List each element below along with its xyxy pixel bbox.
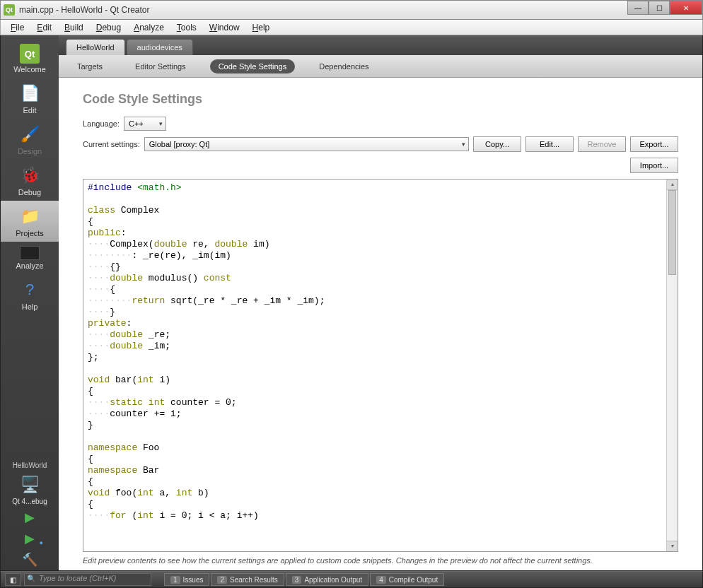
mode-edit-label: Edit	[23, 106, 37, 114]
menu-edit[interactable]: Edit	[31, 21, 57, 34]
tab-targets[interactable]: Targets	[69, 59, 111, 74]
minimize-button[interactable]: —	[627, 1, 649, 15]
code-text[interactable]: #include <math.h> class Complex { public…	[83, 180, 678, 524]
monitor-icon: 🖥️	[18, 474, 41, 496]
output-pane-search-results[interactable]: 2Search Results	[211, 573, 284, 586]
locator-input[interactable]: Type to locate (Ctrl+K)	[24, 573, 151, 586]
run-debug-button[interactable]: ▶●	[1, 528, 59, 549]
import-button[interactable]: Import...	[630, 158, 678, 173]
project-tab-audiodevices[interactable]: audiodevices	[127, 39, 193, 55]
waveform-icon	[20, 246, 40, 260]
language-row: Language: C++	[83, 117, 678, 131]
mode-debug[interactable]: 🐞 Debug	[1, 160, 59, 201]
project-selector-label[interactable]: HelloWorld	[1, 459, 59, 472]
qt-icon: Qt	[20, 44, 40, 64]
window-title: main.cpp - HelloWorld - Qt Creator	[19, 5, 150, 15]
output-pane-application-output[interactable]: 3Application Output	[286, 573, 368, 586]
tab-code-style-settings[interactable]: Code Style Settings	[210, 59, 296, 74]
menu-build[interactable]: Build	[59, 21, 89, 34]
close-button[interactable]: ✕	[670, 1, 702, 15]
statusbar: ◧ Type to locate (Ctrl+K) 1Issues2Search…	[0, 571, 703, 588]
current-settings-combo[interactable]: Global [proxy: Qt]	[144, 137, 469, 151]
toggle-sidebar-button[interactable]: ◧	[5, 573, 21, 586]
mode-projects-label: Projects	[16, 229, 44, 237]
menu-analyze[interactable]: Analyze	[128, 21, 170, 34]
menu-debug[interactable]: Debug	[91, 21, 127, 34]
brush-icon: 🖌️	[18, 123, 41, 146]
edit-button[interactable]: Edit...	[525, 136, 574, 152]
run-button[interactable]: ▶	[1, 507, 59, 528]
mode-design[interactable]: 🖌️ Design	[1, 119, 59, 160]
project-tab-helloworld[interactable]: HelloWorld	[66, 39, 125, 55]
tab-editor-settings[interactable]: Editor Settings	[127, 59, 194, 74]
mode-help[interactable]: ? Help	[1, 274, 59, 315]
mode-help-label: Help	[22, 302, 38, 311]
menu-tools[interactable]: Tools	[171, 21, 202, 34]
mode-projects[interactable]: 📁 Projects	[1, 201, 59, 242]
menubar: File Edit Build Debug Analyze Tools Wind…	[0, 20, 703, 35]
output-pane-compile-output[interactable]: 4Compile Output	[370, 573, 444, 586]
export-button[interactable]: Export...	[630, 136, 678, 152]
current-settings-row: Current settings: Global [proxy: Qt] Cop…	[83, 136, 678, 152]
settings-tabs: Targets Editor Settings Code Style Setti…	[59, 55, 702, 78]
language-label: Language:	[83, 119, 120, 128]
output-panes: 1Issues2Search Results3Application Outpu…	[164, 573, 444, 586]
scrollbar-thumb[interactable]	[668, 190, 676, 275]
mode-analyze[interactable]: Analyze	[1, 242, 59, 274]
page-title: Code Style Settings	[83, 92, 678, 107]
window-controls: — ☐ ✕	[627, 1, 702, 15]
content-area: HelloWorld audiodevices Targets Editor S…	[59, 35, 702, 570]
mode-design-label: Design	[18, 147, 42, 155]
current-settings-label: Current settings:	[83, 140, 140, 148]
mode-debug-label: Debug	[18, 188, 41, 196]
vertical-scrollbar[interactable]	[666, 180, 678, 551]
menu-file[interactable]: File	[5, 21, 30, 34]
build-button[interactable]: 🔨	[1, 549, 59, 570]
kit-selector[interactable]: 🖥️ Qt 4...ebug	[1, 472, 59, 507]
project-tabs: HelloWorld audiodevices	[59, 35, 702, 55]
tab-dependencies[interactable]: Dependencies	[310, 59, 377, 74]
menu-help[interactable]: Help	[247, 21, 276, 34]
mode-sidebar: Qt Welcome 📄 Edit 🖌️ Design 🐞 Debug 📁 Pr…	[1, 35, 59, 570]
page-body: Code Style Settings Language: C++ Curren…	[59, 78, 702, 570]
workspace: Qt Welcome 📄 Edit 🖌️ Design 🐞 Debug 📁 Pr…	[0, 35, 703, 571]
help-icon: ?	[18, 278, 41, 301]
language-combo[interactable]: C++	[124, 117, 166, 131]
mode-welcome-label: Welcome	[13, 65, 46, 74]
remove-button: Remove	[578, 136, 626, 152]
locator-placeholder: Type to locate (Ctrl+K)	[39, 574, 117, 582]
maximize-button[interactable]: ☐	[649, 1, 670, 15]
app-icon: Qt	[4, 4, 15, 16]
copy-button[interactable]: Copy...	[473, 136, 521, 152]
kit-selector-label: Qt 4...ebug	[12, 498, 47, 505]
document-icon: 📄	[18, 82, 41, 105]
bug-icon: 🐞	[18, 164, 41, 187]
output-pane-issues[interactable]: 1Issues	[164, 573, 209, 586]
menu-window[interactable]: Window	[204, 21, 245, 34]
window-titlebar: Qt main.cpp - HelloWorld - Qt Creator — …	[0, 0, 703, 20]
import-row: Import...	[83, 158, 678, 173]
mode-welcome[interactable]: Qt Welcome	[1, 40, 59, 78]
preview-hint: Edit preview contents to see how the cur…	[83, 552, 678, 565]
language-value: C++	[129, 119, 144, 128]
mode-analyze-label: Analyze	[16, 261, 43, 270]
folder-icon: 📁	[18, 205, 41, 228]
current-settings-value: Global [proxy: Qt]	[149, 140, 210, 148]
mode-edit[interactable]: 📄 Edit	[1, 78, 59, 119]
code-preview[interactable]: #include <math.h> class Complex { public…	[83, 179, 678, 552]
